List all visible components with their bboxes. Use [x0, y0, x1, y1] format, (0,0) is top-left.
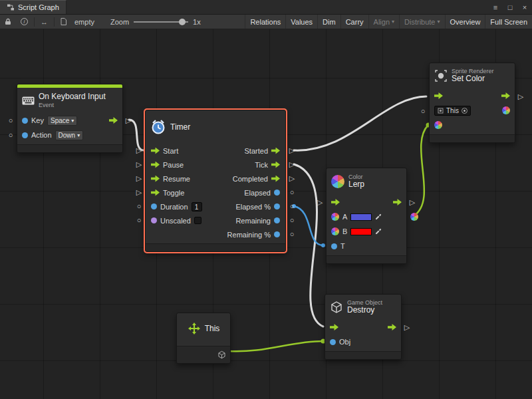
started-output-port[interactable] — [271, 148, 280, 154]
tick-ext-port[interactable]: ▷ — [287, 160, 297, 168]
enter-input-port[interactable] — [331, 199, 340, 205]
node-header: On Keyboard Input Event — [17, 88, 122, 113]
exit-ext-port[interactable]: ▷ — [516, 92, 525, 100]
tick-output-port[interactable] — [271, 162, 280, 168]
overview-button[interactable]: Overview — [445, 15, 485, 29]
unscaled-ext-port[interactable]: ○ — [134, 216, 144, 224]
graph-canvas[interactable]: On Keyboard Input Event Key Space ▾ Acti… — [0, 29, 532, 399]
resume-input-port[interactable] — [151, 176, 160, 182]
action-ext-port[interactable]: ○ — [6, 131, 15, 139]
key-dropdown[interactable]: Space ▾ — [47, 116, 77, 126]
toggle-ext-port[interactable]: ▷ — [134, 188, 144, 196]
target-ext-port[interactable]: ○ — [418, 107, 428, 115]
maximize-icon[interactable]: □ — [503, 0, 517, 14]
duration-field[interactable]: 1 — [192, 202, 202, 211]
zoom-slider[interactable] — [134, 17, 188, 27]
wire-this-to-destroy-obj[interactable] — [228, 341, 323, 351]
t-label: T — [340, 242, 345, 250]
obj-input-port[interactable] — [330, 339, 336, 345]
trigger-ext-port[interactable]: ▷ — [124, 116, 133, 124]
exit-ext-port[interactable]: ▷ — [408, 198, 417, 206]
completed-output-port[interactable] — [271, 176, 280, 182]
color-input-port[interactable] — [434, 121, 442, 129]
completed-ext-port[interactable]: ▷ — [287, 174, 297, 182]
pause-input-port[interactable] — [151, 162, 160, 168]
started-ext-port[interactable]: ▷ — [287, 146, 297, 154]
timer-row: Start Started — [146, 144, 285, 158]
tab-script-graph[interactable]: Script Graph — [0, 0, 66, 14]
object-picker-icon[interactable] — [462, 108, 467, 114]
action-port[interactable] — [22, 132, 28, 138]
caret-down-icon: ▾ — [392, 19, 394, 25]
node-set-color[interactable]: Sprite Renderer Set Color This ▷ ○ — [429, 63, 515, 143]
eyedropper-icon[interactable] — [375, 228, 382, 235]
result-ext-port[interactable] — [410, 213, 418, 221]
node-color-lerp[interactable]: Color Lerp A B T ▷ ▷ — [326, 168, 407, 264]
color-port-right[interactable] — [502, 106, 510, 114]
titlebar: Script Graph ≡ □ × — [0, 0, 532, 15]
elapsed-pct-ext-port[interactable]: ○ — [287, 202, 297, 210]
script-graph-icon — [7, 3, 15, 11]
exit-output-port[interactable] — [388, 324, 396, 331]
toggle-input-port[interactable] — [151, 190, 160, 196]
exit-output-port[interactable] — [393, 199, 402, 205]
zoom-knob[interactable] — [179, 19, 186, 25]
node-this[interactable]: This — [176, 313, 231, 364]
lock-icon[interactable] — [0, 18, 16, 25]
color-a-swatch[interactable] — [350, 213, 372, 221]
duration-ext-port[interactable]: ○ — [134, 202, 144, 210]
titlebar-drag-area[interactable] — [66, 0, 488, 14]
carry-button[interactable]: Carry — [340, 15, 368, 29]
target-object-field[interactable]: This — [434, 106, 471, 116]
unscaled-input-port[interactable] — [151, 217, 157, 223]
exit-ext-port[interactable]: ▷ — [402, 323, 412, 331]
start-ext-port[interactable]: ▷ — [134, 146, 144, 154]
wire-tick-to-destroy[interactable] — [294, 164, 323, 327]
dim-button[interactable]: Dim — [317, 15, 340, 29]
close-icon[interactable]: × — [517, 0, 532, 14]
enter-input-port[interactable] — [434, 92, 443, 99]
node-destroy[interactable]: Game Object Destroy Obj ▷ — [325, 294, 402, 360]
remaining-ext-port[interactable]: ○ — [287, 216, 297, 224]
duration-input-port[interactable] — [151, 203, 157, 209]
enter-ext-port[interactable]: ▷ — [315, 198, 325, 206]
resume-ext-port[interactable]: ▷ — [134, 174, 144, 182]
eyedropper-icon[interactable] — [375, 213, 382, 220]
start-input-port[interactable] — [151, 148, 160, 154]
elapsed-pct-output-port[interactable] — [274, 203, 280, 209]
a-input-port[interactable] — [331, 213, 339, 221]
elapsed-output-port[interactable] — [274, 190, 280, 196]
unscaled-checkbox[interactable] — [194, 217, 201, 224]
wire-started-to-setcolor[interactable] — [294, 96, 426, 150]
remaining-output-port[interactable] — [274, 217, 280, 223]
elapsed-ext-port[interactable]: ○ — [287, 188, 297, 196]
b-row: B — [327, 224, 406, 239]
exit-output-port[interactable] — [501, 92, 510, 99]
relations-button[interactable]: Relations — [245, 15, 285, 29]
t-input-port[interactable] — [331, 243, 337, 249]
key-ext-port[interactable]: ○ — [6, 116, 15, 124]
game-object-output-port[interactable] — [217, 350, 226, 359]
key-port[interactable] — [22, 118, 28, 124]
toolbar-buttons: Relations Values Dim Carry Align ▾ Distr… — [245, 15, 532, 29]
wire-elapsed-pct-to-lerp-t[interactable] — [294, 206, 323, 245]
action-dropdown[interactable]: Down ▾ — [55, 130, 84, 140]
info-icon[interactable]: i — [16, 18, 33, 25]
values-button[interactable]: Values — [285, 15, 317, 29]
color-b-swatch[interactable] — [350, 228, 372, 235]
caret-down-icon: ▾ — [438, 19, 440, 25]
trigger-output-port[interactable] — [109, 117, 118, 124]
graph-source-label[interactable]: empty — [71, 18, 98, 26]
node-footer — [327, 255, 406, 263]
enter-input-port[interactable] — [330, 324, 338, 331]
pause-ext-port[interactable]: ▷ — [134, 160, 144, 168]
window-menu-icon[interactable]: ≡ — [488, 0, 503, 14]
b-input-port[interactable] — [331, 227, 339, 235]
swap-icon[interactable]: ↔ — [36, 18, 53, 26]
node-on-keyboard-input[interactable]: On Keyboard Input Event Key Space ▾ Acti… — [17, 84, 123, 153]
fullscreen-button[interactable]: Full Screen — [485, 15, 532, 29]
node-timer[interactable]: Timer Start Started Pause Tick Resume Co… — [145, 110, 286, 252]
remaining-pct-output-port[interactable] — [274, 231, 280, 237]
remaining-pct-ext-port[interactable]: ○ — [287, 230, 297, 238]
node-title: Lerp — [348, 180, 364, 190]
